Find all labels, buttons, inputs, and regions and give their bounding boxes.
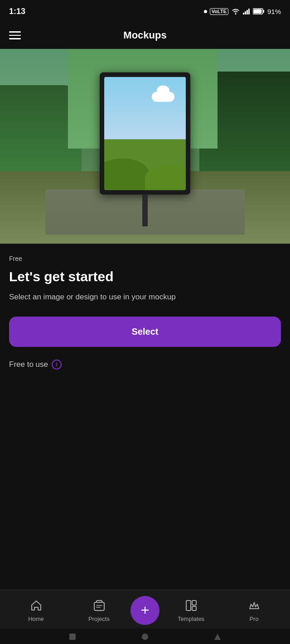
status-bar: 1:13 VoLTE 91% [0,0,290,22]
free-to-use-row: Free to use i [9,360,281,370]
projects-icon [92,598,106,613]
svg-rect-5 [263,10,264,13]
svg-rect-0 [243,13,244,14]
svg-rect-9 [192,601,196,605]
page-title: Mockups [123,29,166,41]
svg-point-12 [142,634,148,640]
battery-icon [253,8,265,14]
top-nav: Mockups [0,22,290,49]
home-icon [29,598,44,613]
cloud-decoration [150,86,177,102]
billboard [100,72,190,226]
svg-rect-8 [186,601,191,610]
nav-projects-label: Projects [88,615,110,622]
templates-icon [184,598,198,613]
hero-image [0,49,290,244]
nav-home-label: Home [28,615,44,622]
nav-home[interactable]: Home [5,598,68,622]
nav-templates-label: Templates [178,615,204,622]
hero-background [0,49,290,244]
nav-templates[interactable]: Templates [160,598,222,622]
content-area: Free Let's get started Select an image o… [0,244,290,370]
menu-button[interactable] [9,31,21,39]
svg-rect-1 [245,11,246,14]
svg-rect-11 [69,634,76,640]
status-time: 1:13 [9,7,25,16]
android-back-button[interactable] [68,633,77,641]
nav-create-button[interactable]: + [130,596,160,625]
svg-rect-6 [253,10,261,14]
subtitle-text: Select an image or design to use in your… [9,291,281,303]
pro-icon [247,598,261,613]
plus-icon: + [141,603,150,617]
main-title: Let's get started [9,269,281,285]
nav-items: Home Projects + [0,590,290,629]
nav-projects[interactable]: Projects [68,598,130,622]
android-recents-button[interactable] [213,633,222,641]
billboard-pole [142,195,148,226]
nav-pro-label: Pro [249,615,258,622]
status-icons: VoLTE 91% [204,8,281,15]
signal-icon [243,8,250,14]
nav-pro[interactable]: Pro [222,598,285,622]
svg-rect-2 [246,10,248,14]
android-nav-bar [0,629,290,644]
wifi-icon [231,8,240,15]
bottom-nav: Home Projects + [0,590,290,644]
svg-marker-13 [214,634,221,640]
android-home-button[interactable] [141,633,149,641]
info-icon[interactable]: i [52,360,62,370]
volte-icon: VoLTE [210,8,228,15]
battery-percentage: 91% [267,8,281,15]
free-badge: Free [9,255,22,262]
free-to-use-label: Free to use [9,360,48,369]
select-button[interactable]: Select [9,317,281,347]
svg-rect-10 [192,606,196,610]
network-dot-icon [204,10,207,13]
svg-rect-3 [248,9,250,14]
svg-rect-7 [94,602,104,610]
